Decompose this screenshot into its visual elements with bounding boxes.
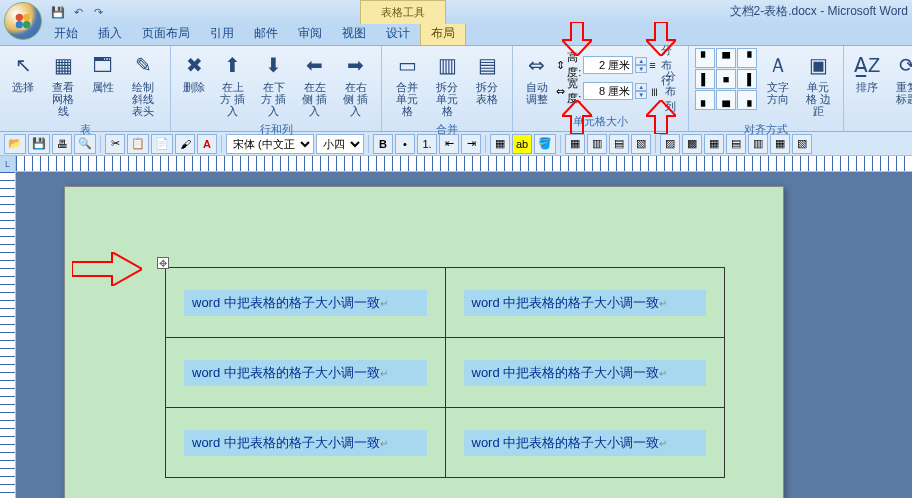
repeat-icon: ⟳ bbox=[893, 51, 912, 79]
distribute-cols-button[interactable]: 分布列 bbox=[662, 68, 682, 115]
table-row[interactable]: word 中把表格的格子大小调一致↵ word 中把表格的格子大小调一致↵ bbox=[166, 338, 725, 408]
align-bc[interactable]: ▄ bbox=[716, 90, 736, 110]
cursor-icon: ↖ bbox=[9, 51, 37, 79]
pencil-icon: ✎ bbox=[129, 51, 157, 79]
qat-undo-icon[interactable]: ↶ bbox=[70, 4, 86, 20]
width-icon: ⇔ bbox=[556, 85, 565, 98]
svg-point-1 bbox=[16, 14, 23, 21]
split-cells-button[interactable]: ▥拆分 单元格 bbox=[428, 48, 466, 120]
view-gridlines-button[interactable]: ▦查看 网格线 bbox=[42, 48, 84, 120]
insert-right-button[interactable]: ➡在右侧 插入 bbox=[336, 48, 375, 120]
cell-margins-button[interactable]: ▣单元格 边距 bbox=[799, 48, 837, 120]
tab-view[interactable]: 视图 bbox=[332, 22, 376, 45]
width-spin-down[interactable]: ▼ bbox=[635, 91, 647, 99]
page: ✥ word 中把表格的格子大小调一致↵ word 中把表格的格子大小调一致↵ … bbox=[64, 186, 784, 498]
ruler-corner: L bbox=[0, 156, 16, 172]
align-tc[interactable]: ▀ bbox=[716, 48, 736, 68]
tab-mailings[interactable]: 邮件 bbox=[244, 22, 288, 45]
group-label-cellsize: 单元格大小 bbox=[519, 112, 682, 131]
highlight-icon[interactable]: ab bbox=[512, 134, 532, 154]
tab-home[interactable]: 开始 bbox=[44, 22, 88, 45]
dist-rows-icon: ≡ bbox=[649, 59, 655, 71]
tab-insert[interactable]: 插入 bbox=[88, 22, 132, 45]
shading-icon[interactable]: 🪣 bbox=[534, 134, 556, 154]
insert-below-button[interactable]: ⬇在下方 插入 bbox=[254, 48, 293, 120]
svg-point-2 bbox=[23, 14, 30, 21]
tab-design[interactable]: 设计 bbox=[376, 22, 420, 45]
cell-text: word 中把表格的格子大小调一致 bbox=[192, 435, 380, 450]
autofit-button[interactable]: ⇔自动调整 bbox=[519, 48, 554, 108]
align-br[interactable]: ▗ bbox=[737, 90, 757, 110]
tab-layout[interactable]: 布局 bbox=[420, 21, 466, 45]
height-spin-down[interactable]: ▼ bbox=[635, 65, 647, 73]
properties-button[interactable]: 🗔属性 bbox=[86, 48, 120, 96]
align-bl[interactable]: ▖ bbox=[695, 90, 715, 110]
insert-left-icon: ⬅ bbox=[301, 51, 329, 79]
width-input[interactable] bbox=[583, 82, 633, 100]
document-scroll[interactable]: ✥ word 中把表格的格子大小调一致↵ word 中把表格的格子大小调一致↵ … bbox=[16, 172, 912, 498]
group-label-rowscols: 行和列 bbox=[177, 120, 375, 139]
draw-diagonal-button[interactable]: ✎绘制 斜线表头 bbox=[122, 48, 164, 120]
misc1-icon[interactable]: ▤ bbox=[609, 134, 629, 154]
group-label-table: 表 bbox=[6, 120, 164, 139]
dist-cols-icon: ⫼ bbox=[649, 85, 660, 97]
autofit-icon: ⇔ bbox=[523, 51, 551, 79]
group-label-merge: 合并 bbox=[388, 120, 506, 139]
text-direction-icon: Ａ bbox=[764, 51, 792, 79]
select-button[interactable]: ↖选择 bbox=[6, 48, 40, 96]
split-icon: ▥ bbox=[433, 51, 461, 79]
align-tr[interactable]: ▝ bbox=[737, 48, 757, 68]
align-tl[interactable]: ▘ bbox=[695, 48, 715, 68]
office-button[interactable] bbox=[4, 2, 42, 40]
height-input[interactable] bbox=[583, 56, 633, 74]
svg-point-4 bbox=[23, 21, 30, 28]
insert-left-button[interactable]: ⬅在左侧 插入 bbox=[295, 48, 334, 120]
insert-table-icon[interactable]: ▦ bbox=[565, 134, 585, 154]
table-row[interactable]: word 中把表格的格子大小调一致↵ word 中把表格的格子大小调一致↵ bbox=[166, 408, 725, 478]
text-direction-button[interactable]: Ａ文字方向 bbox=[759, 48, 797, 108]
cell-text: word 中把表格的格子大小调一致 bbox=[192, 295, 380, 310]
repeat-header-button[interactable]: ⟳重复标题 bbox=[886, 48, 912, 108]
sort-icon: A̲Z bbox=[853, 51, 881, 79]
tab-references[interactable]: 引用 bbox=[200, 22, 244, 45]
table-row[interactable]: word 中把表格的格子大小调一致↵ word 中把表格的格子大小调一致↵ bbox=[166, 268, 725, 338]
cell-text: word 中把表格的格子大小调一致 bbox=[472, 365, 660, 380]
cell-text: word 中把表格的格子大小调一致 bbox=[472, 295, 660, 310]
insert-above-button[interactable]: ⬆在上方 插入 bbox=[213, 48, 252, 120]
align-mc[interactable]: ■ bbox=[716, 69, 736, 89]
document-title: 文档2-表格.docx - Microsoft Word bbox=[730, 3, 908, 20]
insert-right-icon: ➡ bbox=[342, 51, 370, 79]
qat-redo-icon[interactable]: ↷ bbox=[90, 4, 106, 20]
merge-cells-button[interactable]: ▭合并 单元格 bbox=[388, 48, 426, 120]
sort-button[interactable]: A̲Z排序 bbox=[850, 48, 884, 96]
misc2-icon[interactable]: ▧ bbox=[631, 134, 651, 154]
insert-above-icon: ⬆ bbox=[219, 51, 247, 79]
svg-point-0 bbox=[14, 12, 32, 30]
delete-button[interactable]: ✖删除 bbox=[177, 48, 211, 96]
vertical-ruler[interactable] bbox=[0, 172, 16, 498]
tab-review[interactable]: 审阅 bbox=[288, 22, 332, 45]
tab-pagelayout[interactable]: 页面布局 bbox=[132, 22, 200, 45]
qat-save-icon[interactable]: 💾 bbox=[50, 4, 66, 20]
merge-icon: ▭ bbox=[393, 51, 421, 79]
context-tab-tabletools: 表格工具 bbox=[360, 0, 446, 24]
height-icon: ⇕ bbox=[556, 59, 565, 72]
width-spin-up[interactable]: ▲ bbox=[635, 83, 647, 91]
ribbon-tabs: 开始 插入 页面布局 引用 邮件 审阅 视图 设计 布局 bbox=[0, 24, 912, 46]
content-table[interactable]: word 中把表格的格子大小调一致↵ word 中把表格的格子大小调一致↵ wo… bbox=[165, 267, 725, 478]
margins-icon: ▣ bbox=[804, 51, 832, 79]
split-table-icon: ▤ bbox=[473, 51, 501, 79]
insert-below-icon: ⬇ bbox=[260, 51, 288, 79]
table-move-handle[interactable]: ✥ bbox=[157, 257, 169, 269]
width-label: 宽度: bbox=[567, 76, 581, 106]
align-ml[interactable]: ▌ bbox=[695, 69, 715, 89]
height-spin-up[interactable]: ▲ bbox=[635, 57, 647, 65]
alignment-grid: ▘▀▝ ▌■▐ ▖▄▗ bbox=[695, 48, 757, 110]
misc3-icon[interactable]: ▨ bbox=[660, 134, 680, 154]
horizontal-ruler[interactable] bbox=[16, 156, 912, 171]
split-table-button[interactable]: ▤拆分 表格 bbox=[468, 48, 506, 108]
align-mr[interactable]: ▐ bbox=[737, 69, 757, 89]
columns-icon[interactable]: ▥ bbox=[587, 134, 607, 154]
group-label-data bbox=[850, 127, 912, 131]
properties-icon: 🗔 bbox=[89, 51, 117, 79]
